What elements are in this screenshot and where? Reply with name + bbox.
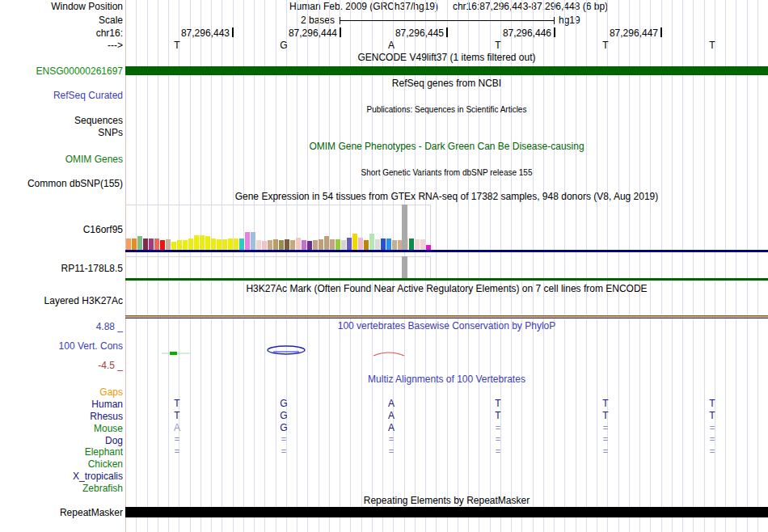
track-label-elephant[interactable]: Elephant <box>0 446 123 458</box>
alignment-base-dog: = <box>273 434 294 445</box>
alignment-base-rhesus: T <box>167 411 188 421</box>
gtex-tissue-bar[interactable] <box>143 239 148 250</box>
gtex-tissue-bar[interactable] <box>296 238 301 250</box>
track-label-item[interactable]: ---> <box>0 40 123 51</box>
gtex-tissue-bar[interactable] <box>177 240 182 250</box>
gtex-tissue-bar[interactable] <box>352 234 357 250</box>
track-caption-h3k27ac-mark-often-foun: H3K27Ac Mark (Often Found Near Active Re… <box>125 284 768 294</box>
track-label-window-position[interactable]: Window Position <box>0 1 123 12</box>
gtex-tissue-bar[interactable] <box>273 239 278 250</box>
gencode-gene-bar[interactable] <box>125 66 768 75</box>
gtex-tissue-bar[interactable] <box>347 238 352 250</box>
gtex-tissue-bar[interactable] <box>313 240 318 250</box>
gtex-tissue-bar[interactable] <box>279 240 284 250</box>
gtex-tissue-bar[interactable] <box>392 240 397 250</box>
coordinate-label: 87,296,447 <box>578 28 658 39</box>
track-label-snps[interactable]: SNPs <box>0 127 123 138</box>
alignment-base-elephant: = <box>487 446 508 457</box>
scale-bar-tick <box>554 17 555 24</box>
gtex-tissue-bar[interactable] <box>160 240 165 250</box>
track-label-ensg00000261697[interactable]: ENSG00000261697 <box>0 65 123 77</box>
track-caption-refseq-genes-from-ncbi: RefSeq genes from NCBI <box>125 78 768 89</box>
gtex-tissue-bar[interactable] <box>126 239 131 250</box>
track-label-rhesus[interactable]: Rhesus <box>0 411 123 422</box>
coordinate-tick <box>660 27 662 37</box>
alignment-base-rhesus: T <box>702 411 723 421</box>
alignment-base-mouse: A <box>381 423 402 433</box>
alignment-base-human: T <box>487 399 508 409</box>
gtex-tissue-bar[interactable] <box>285 239 289 250</box>
gtex-tissue-bar[interactable] <box>234 239 238 250</box>
gtex-tissue-bar[interactable] <box>245 232 250 250</box>
alignment-base-elephant: = <box>595 446 616 457</box>
gtex-tissue-bar[interactable] <box>386 239 391 250</box>
gtex-tissue-bar[interactable] <box>194 235 199 250</box>
track-label-gaps[interactable]: Gaps <box>0 386 123 398</box>
repeatmasker-element-bar[interactable] <box>125 507 768 517</box>
gtex-tissue-bar[interactable] <box>211 239 216 250</box>
gtex-tissue-bar[interactable] <box>409 239 414 250</box>
gtex-tissue-bar[interactable] <box>251 232 255 250</box>
gtex-tissue-bar[interactable] <box>341 240 346 250</box>
gtex-tissue-bar[interactable] <box>154 239 159 250</box>
gtex-tissue-bar[interactable] <box>319 239 323 250</box>
track-label-mouse[interactable]: Mouse <box>0 423 123 434</box>
gtex-tissue-bar[interactable] <box>324 236 329 250</box>
alignment-base-mouse: A <box>167 423 188 433</box>
gtex-tissue-bar[interactable] <box>268 240 272 250</box>
gtex-tissue-bar[interactable] <box>256 240 261 250</box>
gtex-tissue-bar[interactable] <box>262 241 267 250</box>
gtex-tissue-bar[interactable] <box>228 239 233 250</box>
track-label-4-88[interactable]: 4.88 _ <box>0 321 123 332</box>
track-label-dog[interactable]: Dog <box>0 435 123 446</box>
gtex-tissue-bar[interactable] <box>307 241 312 250</box>
gtex-tissue-bar[interactable] <box>369 234 374 250</box>
reference-base: T <box>487 40 508 51</box>
gtex-tissue-bar[interactable] <box>375 239 380 250</box>
gtex-tissue-bar[interactable] <box>137 236 142 250</box>
assembly-label: Human Feb. 2009 (GRCh37/hg19) <box>267 2 461 12</box>
track-label-4-5[interactable]: -4.5 _ <box>0 360 123 371</box>
track-label-zebrafish[interactable]: Zebrafish <box>0 483 123 494</box>
track-label-common-dbsnp-155[interactable]: Common dbSNP(155) <box>0 178 123 189</box>
track-label-repeatmasker[interactable]: RepeatMasker <box>0 507 123 518</box>
gtex-tissue-bar[interactable] <box>420 239 425 250</box>
gtex-tissue-bar[interactable] <box>183 240 188 250</box>
gtex-tissue-bar[interactable] <box>200 235 205 250</box>
track-label-100-vert-cons[interactable]: 100 Vert. Cons <box>0 340 123 352</box>
gtex-tissue-bar[interactable] <box>330 239 335 250</box>
gtex-tissue-bar[interactable] <box>335 239 340 250</box>
track-label-chicken[interactable]: Chicken <box>0 458 123 470</box>
track-label-x-tropicalis[interactable]: X_tropicalis <box>0 471 123 482</box>
gtex-tissue-bar[interactable] <box>222 239 227 250</box>
gtex-tissue-bar[interactable] <box>188 239 193 250</box>
track-label-human[interactable]: Human <box>0 399 123 410</box>
gtex-tissue-bar[interactable] <box>217 239 222 250</box>
position-cursor <box>402 205 407 250</box>
alignment-base-human: T <box>167 399 188 409</box>
gtex-tissue-bar[interactable] <box>166 239 171 250</box>
track-label-scale[interactable]: Scale <box>0 15 123 26</box>
track-label-c16orf95[interactable]: C16orf95 <box>0 224 123 235</box>
gtex-tissue-bar[interactable] <box>171 242 176 250</box>
gtex-tissue-bar[interactable] <box>415 239 420 250</box>
genome-browser-tracks-image: Human Feb. 2009 (GRCh37/hg19) chr16:87,2… <box>0 0 768 532</box>
track-label-sequences[interactable]: Sequences <box>0 115 123 126</box>
track-label-rp11-178l8-5[interactable]: RP11-178L8.5 <box>0 263 123 274</box>
gtex-tissue-bar[interactable] <box>149 239 154 250</box>
track-label-chr16[interactable]: chr16: <box>0 27 123 39</box>
gtex-tissue-bar[interactable] <box>302 240 306 250</box>
gtex-tissue-bar[interactable] <box>205 236 210 250</box>
alignment-base-dog: = <box>595 434 616 445</box>
track-label-omim-genes[interactable]: OMIM Genes <box>0 154 123 165</box>
gtex-tissue-bar[interactable] <box>239 239 244 250</box>
track-label-layered-h3k27ac[interactable]: Layered H3K27Ac <box>0 295 123 306</box>
gtex-tissue-bar[interactable] <box>381 239 386 250</box>
alignment-base-mouse: = <box>595 423 616 433</box>
gtex-tissue-bar[interactable] <box>290 240 295 250</box>
gtex-tissue-bar[interactable] <box>358 238 363 250</box>
track-caption-short-genetic-variants-f: Short Genetic Variants from dbSNP releas… <box>125 167 768 178</box>
gtex-tissue-bar[interactable] <box>132 239 137 250</box>
track-label-refseq-curated[interactable]: RefSeq Curated <box>0 90 123 101</box>
gtex-tissue-bar[interactable] <box>364 240 369 250</box>
